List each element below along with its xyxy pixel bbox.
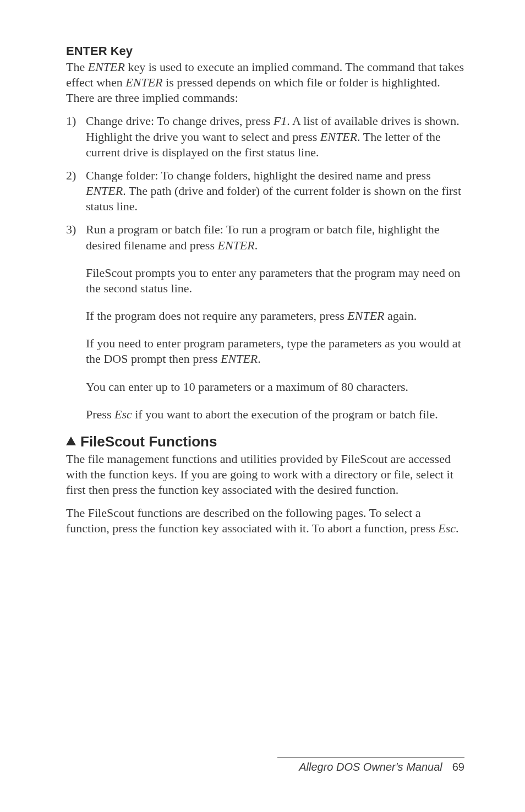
sub-paragraph: FileScout prompts you to enter any param…	[66, 265, 464, 296]
footer-rule	[277, 757, 464, 757]
key-enter: ENTER	[125, 75, 162, 89]
intro-paragraph: The ENTER key is used to execute an impl…	[66, 59, 464, 106]
text: again.	[385, 309, 417, 323]
sub-paragraph: If you need to enter program parameters,…	[66, 336, 464, 367]
text: If the program does not require any para…	[86, 309, 347, 323]
text: Run a program or batch file: To run a pr…	[86, 222, 440, 252]
key-enter: ENTER	[217, 238, 254, 252]
list-item: Run a program or batch file: To run a pr…	[66, 222, 464, 253]
page-footer: Allegro DOS Owner's Manual69	[277, 757, 464, 773]
triangle-icon	[66, 437, 76, 445]
key-enter: ENTER	[320, 130, 357, 144]
key-esc: Esc	[438, 521, 456, 535]
heading-text: FileScout Functions	[80, 433, 217, 450]
key-enter: ENTER	[221, 352, 258, 366]
text: if you want to abort the execution of th…	[132, 407, 438, 421]
sub-paragraph: You can enter up to 10 parameters or a m…	[66, 379, 464, 395]
text: .	[456, 521, 459, 535]
text: .	[258, 352, 261, 366]
heading-filescout-functions: FileScout Functions	[66, 433, 464, 450]
list-item: Change drive: To change drives, press F1…	[66, 113, 464, 160]
footer-text: Allegro DOS Owner's Manual69	[277, 761, 464, 773]
key-enter: ENTER	[86, 184, 123, 198]
text: . The path (drive and folder) of the cur…	[86, 184, 461, 213]
key-enter: ENTER	[347, 309, 384, 323]
text: Change drive: To change drives, press	[86, 114, 274, 128]
page-number: 69	[452, 761, 464, 773]
key-esc: Esc	[114, 407, 132, 421]
manual-title: Allegro DOS Owner's Manual	[299, 761, 442, 773]
text: .	[255, 238, 258, 252]
sub-paragraph: Press Esc if you want to abort the execu…	[66, 407, 464, 422]
numbered-list: Change drive: To change drives, press F1…	[66, 113, 464, 253]
key-f1: F1	[274, 114, 287, 128]
text: Press	[86, 407, 114, 421]
body-paragraph: The FileScout functions are described on…	[66, 505, 464, 536]
key-enter: ENTER	[88, 60, 125, 74]
text: Change folder: To change folders, highli…	[86, 168, 431, 182]
text: If you need to enter program parameters,…	[86, 336, 461, 366]
sub-paragraph: If the program does not require any para…	[66, 308, 464, 324]
body-paragraph: The file management functions and utilit…	[66, 451, 464, 498]
text: The	[66, 60, 88, 74]
list-item: Change folder: To change folders, highli…	[66, 168, 464, 214]
heading-enter-key: ENTER Key	[66, 44, 464, 58]
text: The FileScout functions are described on…	[66, 506, 438, 535]
